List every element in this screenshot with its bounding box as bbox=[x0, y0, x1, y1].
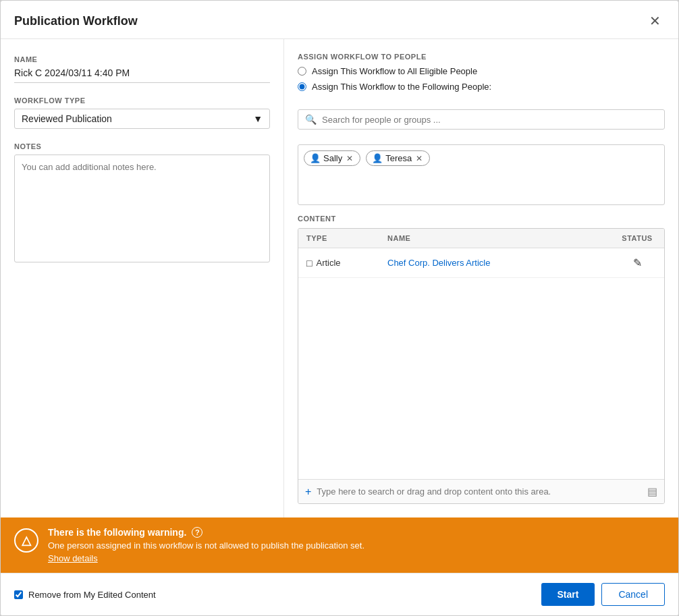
table-header: TYPE NAME STATUS bbox=[298, 229, 664, 248]
search-icon: 🔍 bbox=[305, 114, 317, 125]
person-name-sally: Sally bbox=[323, 153, 342, 163]
browse-icon[interactable]: ▤ bbox=[647, 485, 657, 498]
td-status: ✎ bbox=[610, 254, 664, 272]
footer-buttons: Start Cancel bbox=[541, 583, 666, 606]
radio-following-label: Assign This Workflow to the Following Pe… bbox=[312, 82, 491, 92]
table-body: □ Article Chef Corp. Delivers Article ✎ bbox=[298, 248, 664, 479]
dialog-header: Publication Workflow ✕ bbox=[1, 1, 678, 39]
warning-content: There is the following warning. ? One pe… bbox=[48, 527, 364, 563]
person-name-teresa: Teresa bbox=[385, 153, 412, 163]
person-icon-sally: 👤 bbox=[310, 153, 321, 163]
workflow-type-select[interactable]: Reviewed Publication ▼ bbox=[14, 109, 270, 129]
content-section: CONTENT TYPE NAME STATUS □ Article bbox=[298, 215, 665, 504]
radio-following-input[interactable] bbox=[298, 82, 306, 91]
warning-triangle-icon: △ bbox=[14, 528, 38, 553]
col-type-header: TYPE bbox=[298, 229, 379, 248]
col-name-header: NAME bbox=[379, 229, 610, 248]
radio-all-input[interactable] bbox=[298, 67, 306, 76]
name-field: NAME Rick C 2024/03/11 4:40 PM bbox=[14, 55, 270, 83]
name-value: Rick C 2024/03/11 4:40 PM bbox=[14, 67, 270, 83]
radio-all-label: Assign This Workflow to All Eligible Peo… bbox=[312, 66, 477, 76]
content-table: TYPE NAME STATUS □ Article Chef Corp. De… bbox=[298, 228, 665, 504]
table-row: □ Article Chef Corp. Delivers Article ✎ bbox=[298, 248, 664, 278]
dialog-footer: Remove from My Edited Content Start Canc… bbox=[1, 573, 678, 615]
assign-label: ASSIGN WORKFLOW TO PEOPLE bbox=[298, 53, 665, 61]
article-type-label: Article bbox=[316, 258, 340, 268]
notes-field: NOTES bbox=[14, 142, 270, 265]
workflow-type-label: WORKFLOW TYPE bbox=[14, 96, 270, 105]
people-search-input[interactable] bbox=[322, 115, 657, 125]
remove-from-edited-checkbox-label[interactable]: Remove from My Edited Content bbox=[14, 590, 156, 600]
article-icon: □ bbox=[306, 258, 312, 269]
warning-title-text: There is the following warning. bbox=[48, 527, 186, 538]
content-label: CONTENT bbox=[298, 215, 665, 223]
dialog-body: NAME Rick C 2024/03/11 4:40 PM WORKFLOW … bbox=[1, 39, 678, 517]
cancel-button[interactable]: Cancel bbox=[601, 583, 665, 606]
workflow-type-value: Reviewed Publication bbox=[22, 113, 112, 124]
warning-title: There is the following warning. ? bbox=[48, 527, 364, 538]
warning-help-icon[interactable]: ? bbox=[192, 527, 202, 538]
remove-from-edited-checkbox[interactable] bbox=[14, 590, 23, 599]
remove-from-edited-label: Remove from My Edited Content bbox=[28, 590, 156, 600]
publication-workflow-dialog: Publication Workflow ✕ NAME Rick C 2024/… bbox=[0, 0, 679, 616]
name-label: NAME bbox=[14, 55, 270, 63]
people-box: 👤 Sally ✕ 👤 Teresa ✕ bbox=[298, 144, 665, 205]
radio-group: Assign This Workflow to All Eligible Peo… bbox=[298, 66, 665, 92]
radio-following[interactable]: Assign This Workflow to the Following Pe… bbox=[298, 82, 665, 92]
add-icon: + bbox=[305, 486, 311, 498]
content-search-bar: + ▤ bbox=[298, 479, 664, 503]
assign-workflow-section: ASSIGN WORKFLOW TO PEOPLE Assign This Wo… bbox=[298, 53, 665, 100]
col-status-header: STATUS bbox=[610, 229, 664, 248]
people-search-bar[interactable]: 🔍 bbox=[298, 109, 665, 130]
person-icon-teresa: 👤 bbox=[372, 153, 383, 163]
start-button[interactable]: Start bbox=[541, 583, 595, 606]
td-type: □ Article bbox=[298, 255, 379, 271]
notes-textarea[interactable] bbox=[14, 155, 270, 262]
warning-text: One person assigned in this workflow is … bbox=[48, 540, 364, 551]
right-panel: ASSIGN WORKFLOW TO PEOPLE Assign This Wo… bbox=[284, 39, 678, 517]
notes-label: NOTES bbox=[14, 142, 270, 150]
edit-icon[interactable]: ✎ bbox=[633, 257, 642, 269]
chevron-down-icon: ▼ bbox=[253, 113, 263, 124]
close-button[interactable]: ✕ bbox=[645, 11, 665, 30]
content-search-input[interactable] bbox=[317, 486, 642, 497]
show-details-link[interactable]: Show details bbox=[48, 553, 364, 563]
dialog-title: Publication Workflow bbox=[14, 14, 138, 28]
radio-all-eligible[interactable]: Assign This Workflow to All Eligible Peo… bbox=[298, 66, 665, 76]
warning-bar: △ There is the following warning. ? One … bbox=[1, 517, 678, 573]
remove-teresa-button[interactable]: ✕ bbox=[416, 154, 423, 163]
remove-sally-button[interactable]: ✕ bbox=[346, 154, 353, 163]
workflow-type-field: WORKFLOW TYPE Reviewed Publication ▼ bbox=[14, 96, 270, 129]
td-name[interactable]: Chef Corp. Delivers Article bbox=[379, 255, 610, 271]
left-panel: NAME Rick C 2024/03/11 4:40 PM WORKFLOW … bbox=[1, 39, 284, 517]
person-tag-sally: 👤 Sally ✕ bbox=[304, 150, 360, 166]
person-tag-teresa: 👤 Teresa ✕ bbox=[366, 150, 430, 166]
